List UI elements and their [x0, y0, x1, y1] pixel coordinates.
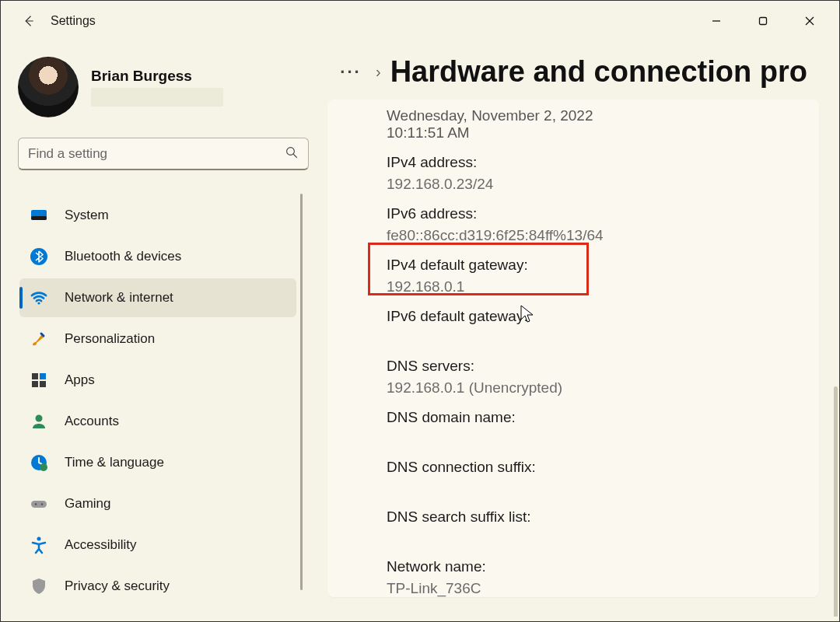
sidebar-item-label: Time & language [65, 455, 164, 470]
paintbrush-icon [29, 329, 49, 349]
search-icon [285, 145, 299, 162]
svg-point-14 [36, 415, 43, 422]
label-dns-servers: DNS servers: [387, 358, 805, 375]
profile-block[interactable]: Brian Burgess [18, 57, 313, 117]
profile-email-redacted [91, 88, 223, 107]
sidebar-item-label: Bluetooth & devices [65, 249, 181, 264]
maximize-button[interactable] [740, 5, 786, 37]
scrollbar[interactable] [834, 386, 838, 617]
content-area: ··· › Hardware and connection pro Wednes… [327, 41, 839, 617]
report-date: Wednesday, November 2, 2022 [387, 107, 805, 124]
svg-rect-13 [40, 381, 46, 387]
svg-point-9 [37, 302, 40, 304]
label-network-name: Network name: [387, 558, 805, 575]
close-button[interactable] [786, 5, 833, 37]
profile-name: Brian Burgess [91, 68, 223, 85]
report-time: 10:11:51 AM [387, 124, 805, 142]
sidebar-item-label: Gaming [65, 496, 111, 512]
value-ipv6-gateway [387, 330, 805, 345]
gamepad-icon [29, 494, 49, 514]
label-dns-domain: DNS domain name: [387, 409, 805, 426]
value-ipv4-address: 192.168.0.23/24 [387, 176, 805, 193]
back-button[interactable] [13, 5, 44, 37]
sidebar-scrollbar[interactable] [300, 194, 303, 590]
bluetooth-icon [29, 246, 49, 267]
sidebar-item-label: System [65, 208, 109, 223]
page-header: ··· › Hardware and connection pro [327, 55, 839, 89]
sidebar-item-bluetooth[interactable]: Bluetooth & devices [19, 237, 296, 276]
value-dns-servers: 192.168.0.1 (Unencrypted) [387, 379, 805, 397]
avatar [18, 57, 79, 117]
sidebar-item-gaming[interactable]: Gaming [19, 484, 296, 523]
label-dns-search-suffix: DNS search suffix list: [387, 508, 805, 526]
svg-point-19 [41, 503, 44, 505]
value-ipv4-gateway: 192.168.0.1 [387, 278, 805, 295]
window-controls [693, 5, 833, 37]
value-ipv6-address: fe80::86cc:d319:6f25:84ff%13/64 [387, 227, 805, 244]
page-title: Hardware and connection pro [390, 55, 807, 89]
chevron-right-icon: › [376, 63, 381, 81]
sidebar-item-label: Personalization [65, 331, 155, 347]
wifi-icon [29, 288, 49, 308]
search-box[interactable] [18, 138, 309, 170]
svg-rect-11 [40, 373, 46, 379]
label-ipv6-gateway: IPv6 default gateway: [387, 308, 805, 325]
sidebar: Brian Burgess System Bluetoo [1, 41, 327, 617]
person-icon [29, 411, 49, 432]
sidebar-item-label: Privacy & security [65, 578, 170, 594]
window-title: Settings [51, 14, 96, 28]
svg-point-4 [287, 147, 295, 155]
titlebar: Settings [1, 1, 839, 41]
svg-rect-1 [760, 18, 767, 25]
breadcrumb-more-button[interactable]: ··· [331, 62, 371, 82]
sidebar-item-personalization[interactable]: Personalization [19, 320, 296, 358]
value-dns-search-suffix [387, 530, 805, 546]
label-dns-conn-suffix: DNS connection suffix: [387, 459, 805, 476]
svg-point-20 [37, 537, 41, 541]
clock-globe-icon [29, 453, 49, 473]
svg-line-5 [293, 154, 297, 158]
sidebar-item-apps[interactable]: Apps [19, 361, 296, 400]
sidebar-item-accounts[interactable]: Accounts [19, 402, 296, 441]
svg-point-16 [40, 463, 47, 471]
search-input[interactable] [28, 146, 285, 162]
sidebar-item-time-language[interactable]: Time & language [19, 443, 296, 482]
sidebar-item-label: Network & internet [65, 290, 173, 306]
apps-icon [29, 370, 49, 390]
sidebar-item-label: Accessibility [65, 537, 137, 553]
properties-panel: Wednesday, November 2, 2022 10:11:51 AM … [327, 100, 819, 597]
sidebar-item-network[interactable]: Network & internet [19, 278, 296, 317]
svg-point-18 [35, 503, 37, 505]
sidebar-item-privacy[interactable]: Privacy & security [19, 567, 296, 606]
sidebar-item-accessibility[interactable]: Accessibility [19, 526, 296, 564]
label-ipv6-address: IPv6 address: [387, 205, 805, 222]
sidebar-item-label: Apps [65, 372, 95, 388]
accessibility-icon [29, 535, 49, 555]
label-ipv4-address: IPv4 address: [387, 154, 805, 171]
sidebar-item-label: Accounts [65, 414, 119, 429]
value-network-name: TP-Link_736C [387, 580, 805, 597]
value-dns-conn-suffix [387, 480, 805, 496]
shield-icon [29, 576, 49, 596]
value-dns-domain [387, 431, 805, 446]
nav-list: System Bluetooth & devices Network & int… [18, 194, 313, 617]
svg-rect-10 [32, 373, 38, 379]
system-icon [29, 205, 49, 225]
minimize-button[interactable] [693, 5, 740, 37]
svg-rect-12 [32, 381, 38, 387]
label-ipv4-gateway: IPv4 default gateway: [387, 257, 805, 274]
svg-rect-7 [31, 216, 47, 220]
svg-rect-17 [31, 501, 47, 508]
sidebar-item-system[interactable]: System [19, 196, 296, 235]
